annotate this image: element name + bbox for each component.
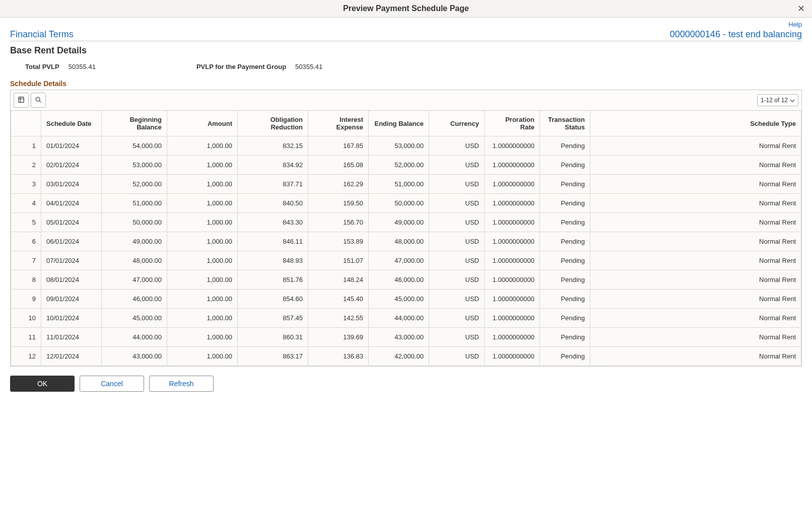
col-transaction-status[interactable]: Transaction Status [540, 111, 590, 136]
cell: Normal Rent [590, 251, 801, 270]
cell: 48,000.00 [102, 251, 167, 270]
cell: 136.83 [308, 347, 369, 366]
cell: Normal Rent [590, 156, 801, 175]
cell: 151.07 [308, 251, 369, 270]
cell: 49,000.00 [369, 213, 429, 232]
col-interest-expense[interactable]: Interest Expense [308, 111, 369, 136]
cell: 840.50 [238, 194, 308, 213]
cell: 1.0000000000 [485, 328, 540, 347]
cell: USD [429, 309, 485, 328]
cell: 45,000.00 [369, 290, 429, 309]
table-row[interactable]: 707/01/202448,000.001,000.00848.93151.07… [11, 251, 801, 270]
col-schedule-date[interactable]: Schedule Date [41, 111, 102, 136]
cancel-button[interactable]: Cancel [80, 376, 144, 392]
grid-search-button[interactable] [31, 93, 46, 108]
dialog-header: Preview Payment Schedule Page ✕ [0, 0, 812, 18]
cell: 837.71 [238, 175, 308, 194]
table-row[interactable]: 303/01/202452,000.001,000.00837.71162.29… [11, 175, 801, 194]
dialog-title: Preview Payment Schedule Page [8, 4, 804, 13]
cell: 145.40 [308, 290, 369, 309]
cell: 1,000.00 [167, 328, 238, 347]
svg-rect-0 [19, 97, 24, 102]
cell: 1,000.00 [167, 251, 238, 270]
cell: Normal Rent [590, 347, 801, 366]
grid-pager[interactable]: 1-12 of 12 [757, 94, 798, 106]
cell: Pending [540, 136, 590, 156]
cell: Normal Rent [590, 328, 801, 347]
col-currency[interactable]: Currency [429, 111, 485, 136]
cell: Normal Rent [590, 136, 801, 156]
cell: 05/01/2024 [41, 213, 102, 232]
cell: Pending [540, 251, 590, 270]
table-row[interactable]: 202/01/202453,000.001,000.00834.92165.08… [11, 156, 801, 175]
refresh-button[interactable]: Refresh [149, 376, 214, 392]
cell: Pending [540, 232, 590, 251]
table-row[interactable]: 808/01/202447,000.001,000.00851.76148.24… [11, 270, 801, 290]
cell: USD [429, 347, 485, 366]
cell: USD [429, 213, 485, 232]
cell: 846.11 [238, 232, 308, 251]
cell: 11/01/2024 [41, 328, 102, 347]
cell: USD [429, 290, 485, 309]
col-proration-rate[interactable]: Proration Rate [485, 111, 540, 136]
cell: 3 [11, 175, 41, 194]
grid-settings-button[interactable] [14, 93, 29, 108]
total-pvlp-value: 50355.41 [69, 63, 96, 70]
cell: 165.08 [308, 156, 369, 175]
cell: 12/01/2024 [41, 347, 102, 366]
total-pvlp-label: Total PVLP [25, 63, 59, 70]
cell: 08/01/2024 [41, 270, 102, 290]
cell: Normal Rent [590, 290, 801, 309]
record-link[interactable]: 0000000146 - test end balancing [670, 29, 802, 40]
cell: Normal Rent [590, 175, 801, 194]
table-row[interactable]: 606/01/202449,000.001,000.00846.11153.89… [11, 232, 801, 251]
financial-terms-link[interactable]: Financial Terms [10, 29, 74, 40]
table-row[interactable]: 909/01/202446,000.001,000.00854.60145.40… [11, 290, 801, 309]
cell: USD [429, 194, 485, 213]
cell: 1.0000000000 [485, 194, 540, 213]
cell: 04/01/2024 [41, 194, 102, 213]
cell: 54,000.00 [102, 136, 167, 156]
cell: 139.69 [308, 328, 369, 347]
cell: 857.45 [238, 309, 308, 328]
ok-button[interactable]: OK [10, 376, 75, 392]
close-icon[interactable]: ✕ [797, 4, 805, 13]
table-row[interactable]: 404/01/202451,000.001,000.00840.50159.50… [11, 194, 801, 213]
cell: 854.60 [238, 290, 308, 309]
cell: 51,000.00 [102, 194, 167, 213]
col-row-header[interactable] [11, 111, 41, 136]
cell: 1,000.00 [167, 232, 238, 251]
table-row[interactable]: 505/01/202450,000.001,000.00843.30156.70… [11, 213, 801, 232]
table-row[interactable]: 1212/01/202443,000.001,000.00863.17136.8… [11, 347, 801, 366]
cell: 832.15 [238, 136, 308, 156]
cell: 1,000.00 [167, 156, 238, 175]
col-amount[interactable]: Amount [167, 111, 238, 136]
cell: Pending [540, 213, 590, 232]
table-row[interactable]: 1111/01/202444,000.001,000.00860.31139.6… [11, 328, 801, 347]
col-beginning-balance[interactable]: Beginning Balance [102, 111, 167, 136]
cell: 1.0000000000 [485, 251, 540, 270]
cell: 1.0000000000 [485, 136, 540, 156]
cell: Normal Rent [590, 194, 801, 213]
cell: 01/01/2024 [41, 136, 102, 156]
cell: 47,000.00 [369, 251, 429, 270]
table-row[interactable]: 101/01/202454,000.001,000.00832.15167.85… [11, 136, 801, 156]
cell: 51,000.00 [369, 175, 429, 194]
help-link[interactable]: Help [788, 21, 802, 28]
cell: Pending [540, 156, 590, 175]
cell: 1,000.00 [167, 290, 238, 309]
cell: 49,000.00 [102, 232, 167, 251]
cell: Normal Rent [590, 232, 801, 251]
svg-point-3 [36, 97, 40, 101]
col-ending-balance[interactable]: Ending Balance [369, 111, 429, 136]
col-obligation-reduction[interactable]: Obligation Reduction [238, 111, 308, 136]
cell: 50,000.00 [369, 194, 429, 213]
cell: 50,000.00 [102, 213, 167, 232]
cell: 1.0000000000 [485, 309, 540, 328]
cell: 8 [11, 270, 41, 290]
cell: Normal Rent [590, 309, 801, 328]
col-schedule-type[interactable]: Schedule Type [590, 111, 801, 136]
pager-text: 1-12 of 12 [761, 97, 788, 104]
table-row[interactable]: 1010/01/202445,000.001,000.00857.45142.5… [11, 309, 801, 328]
cell: 156.70 [308, 213, 369, 232]
